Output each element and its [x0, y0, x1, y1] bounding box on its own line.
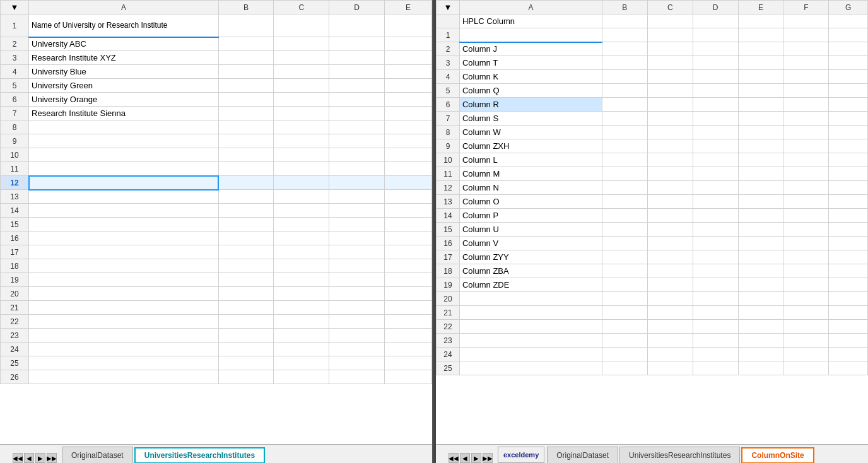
cell-right-D21[interactable]	[693, 306, 738, 320]
cell-a17[interactable]	[29, 245, 219, 259]
cell-right-F18[interactable]	[783, 264, 829, 278]
cell-D13[interactable]	[329, 190, 385, 204]
cell-right-E11[interactable]	[738, 167, 783, 181]
row-number-right[interactable]: 12	[437, 181, 460, 195]
col-header-c-left[interactable]: C	[274, 1, 329, 15]
cell-right-C23[interactable]	[647, 334, 693, 348]
cell-right-F16[interactable]	[783, 237, 829, 250]
tab-universities-left[interactable]: UniversitiesResearchInstitutes	[134, 447, 265, 463]
cell-right-B23[interactable]	[602, 334, 647, 348]
cell-B7[interactable]	[218, 107, 274, 120]
cell-D4[interactable]	[329, 65, 385, 79]
row-number[interactable]: 12	[1, 176, 29, 190]
row-number-right[interactable]: 23	[437, 334, 460, 348]
row-number[interactable]: 14	[1, 204, 29, 218]
cell-right-G22[interactable]	[829, 320, 868, 334]
cell-right-F20[interactable]	[783, 292, 829, 306]
cell-a21[interactable]	[29, 301, 219, 315]
cell-header-C[interactable]	[647, 15, 693, 28]
tab-universities-right[interactable]: UniversitiesResearchInstitutes	[619, 447, 740, 463]
cell-D7[interactable]	[329, 107, 385, 120]
cell-right-B6[interactable]	[602, 98, 647, 112]
row-number-right[interactable]: 7	[437, 112, 460, 126]
cell-right-G2[interactable]	[829, 42, 868, 56]
cell-right-a4[interactable]: Column K	[459, 70, 602, 84]
nav-next-right[interactable]: ▶	[471, 453, 481, 463]
cell-a15[interactable]	[29, 218, 219, 232]
cell-E2[interactable]	[384, 37, 431, 51]
row-number-right[interactable]: 22	[437, 320, 460, 334]
cell-right-B1[interactable]	[602, 28, 647, 42]
cell-right-C2[interactable]	[647, 42, 693, 56]
row-number-right[interactable]: 24	[437, 348, 460, 361]
cell-right-B2[interactable]	[602, 42, 647, 56]
cell-B12[interactable]	[218, 176, 274, 190]
cell-right-a12[interactable]: Column N	[459, 181, 602, 195]
cell-a10[interactable]	[29, 148, 219, 162]
row-number[interactable]: 4	[1, 65, 29, 79]
cell-a18[interactable]	[29, 259, 219, 273]
cell-C12[interactable]	[274, 176, 329, 190]
row-number-right[interactable]: 2	[437, 42, 460, 56]
cell-right-C10[interactable]	[647, 153, 693, 167]
cell-B18[interactable]	[218, 259, 274, 273]
cell-D16[interactable]	[329, 232, 385, 245]
cell-B26[interactable]	[218, 370, 274, 384]
cell-right-a6[interactable]: Column R	[459, 98, 602, 112]
cell-D12[interactable]	[329, 176, 385, 190]
row-number-right[interactable]: 6	[437, 98, 460, 112]
cell-E20[interactable]	[384, 287, 431, 301]
row-number[interactable]: 24	[1, 343, 29, 356]
row-number-right[interactable]: 10	[437, 153, 460, 167]
cell-right-E14[interactable]	[738, 209, 783, 223]
row-number-right[interactable]: 13	[437, 195, 460, 209]
cell-C21[interactable]	[274, 301, 329, 315]
cell-B23[interactable]	[218, 329, 274, 343]
cell-right-F14[interactable]	[783, 209, 829, 223]
cell-right-C7[interactable]	[647, 112, 693, 126]
cell-D26[interactable]	[329, 370, 385, 384]
cell-D3[interactable]	[329, 51, 385, 65]
cell-right-E20[interactable]	[738, 292, 783, 306]
row-number-right[interactable]: 21	[437, 306, 460, 320]
nav-prev[interactable]: ◀	[24, 453, 34, 463]
cell-a6[interactable]: University Orange	[29, 93, 219, 107]
cell-right-G4[interactable]	[829, 70, 868, 84]
cell-B9[interactable]	[218, 134, 274, 148]
cell-right-D2[interactable]	[693, 42, 738, 56]
cell-E8[interactable]	[384, 120, 431, 134]
cell-C4[interactable]	[274, 65, 329, 79]
cell-E15[interactable]	[384, 218, 431, 232]
cell-right-a22[interactable]	[459, 320, 602, 334]
cell-right-a10[interactable]: Column L	[459, 153, 602, 167]
cell-a12[interactable]	[29, 176, 219, 190]
cell-right-B20[interactable]	[602, 292, 647, 306]
cell-right-C3[interactable]	[647, 56, 693, 70]
cell-right-E13[interactable]	[738, 195, 783, 209]
cell-right-F2[interactable]	[783, 42, 829, 56]
cell-a20[interactable]	[29, 287, 219, 301]
cell-right-E24[interactable]	[738, 348, 783, 361]
cell-right-E18[interactable]	[738, 264, 783, 278]
cell-right-D16[interactable]	[693, 237, 738, 250]
row-number[interactable]: 26	[1, 370, 29, 384]
row-number[interactable]: 5	[1, 79, 29, 93]
row-number[interactable]: 19	[1, 273, 29, 287]
col-header-e-right[interactable]: E	[738, 1, 783, 15]
row-number-right[interactable]: 17	[437, 250, 460, 264]
cell-B1[interactable]	[218, 15, 274, 37]
cell-C26[interactable]	[274, 370, 329, 384]
cell-right-C14[interactable]	[647, 209, 693, 223]
cell-right-C20[interactable]	[647, 292, 693, 306]
cell-right-D9[interactable]	[693, 139, 738, 153]
cell-a26[interactable]	[29, 370, 219, 384]
cell-right-D6[interactable]	[693, 98, 738, 112]
cell-a13[interactable]	[29, 190, 219, 204]
cell-right-a1[interactable]	[459, 28, 602, 42]
cell-right-D5[interactable]	[693, 84, 738, 98]
cell-a8[interactable]	[29, 120, 219, 134]
cell-header-F[interactable]	[783, 15, 829, 28]
cell-B24[interactable]	[218, 343, 274, 356]
cell-right-B5[interactable]	[602, 84, 647, 98]
cell-C5[interactable]	[274, 79, 329, 93]
